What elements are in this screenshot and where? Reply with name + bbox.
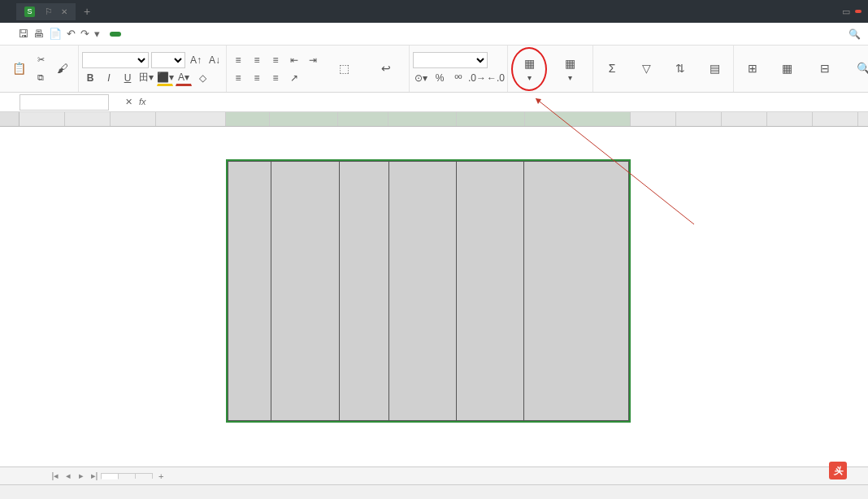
- indent-right-icon[interactable]: ⇥: [305, 52, 321, 68]
- tab-formula[interactable]: [149, 32, 160, 37]
- merge-center-button[interactable]: ⬚: [324, 60, 363, 78]
- col-header[interactable]: [722, 112, 767, 126]
- col-header[interactable]: [338, 112, 388, 126]
- tab-pagelayout[interactable]: [136, 32, 147, 37]
- col-header[interactable]: [20, 112, 65, 126]
- wrap-text-button[interactable]: ↩: [367, 60, 406, 78]
- qat-preview-icon[interactable]: 📄: [49, 28, 62, 40]
- filter-button[interactable]: ▽: [631, 60, 662, 78]
- col-header[interactable]: [676, 112, 722, 126]
- tab-start[interactable]: [110, 32, 121, 37]
- increase-font-icon[interactable]: A↑: [188, 52, 204, 68]
- horizontal-scrollbar[interactable]: [0, 484, 868, 499]
- increase-decimal-icon[interactable]: .0→: [469, 70, 485, 86]
- col-header[interactable]: [65, 112, 111, 126]
- sheet-nav-last-icon[interactable]: ▸|: [88, 471, 101, 481]
- align-bottom-icon[interactable]: ≡: [267, 52, 284, 68]
- scissors-icon: ✂: [37, 54, 45, 65]
- col-header[interactable]: [226, 112, 270, 126]
- tab-review[interactable]: [175, 32, 186, 37]
- clear-format-button[interactable]: ◇: [194, 70, 210, 86]
- fx-cancel-icon[interactable]: ✕: [125, 97, 132, 107]
- sum-button[interactable]: Σ: [597, 60, 627, 78]
- col-header[interactable]: [813, 112, 858, 126]
- align-left-icon[interactable]: ≡: [230, 70, 246, 86]
- tab-security[interactable]: [201, 32, 212, 37]
- add-sheet-button[interactable]: +: [152, 469, 170, 484]
- col-header[interactable]: [270, 112, 338, 126]
- orientation-icon[interactable]: ↗: [286, 70, 302, 86]
- col-header[interactable]: [525, 112, 631, 126]
- search-command[interactable]: 🔍: [848, 28, 863, 40]
- qat-save-icon[interactable]: 🖫: [18, 28, 28, 40]
- comma-icon[interactable]: ºº: [450, 70, 467, 86]
- cut-button[interactable]: ✂: [37, 52, 47, 68]
- conditional-format-button[interactable]: ▦ ▾: [511, 47, 547, 91]
- indent-left-icon[interactable]: ⇤: [286, 52, 302, 68]
- qat-dropdown-icon[interactable]: ▾: [94, 28, 100, 40]
- window-list-icon[interactable]: ▭: [837, 7, 855, 17]
- border-button[interactable]: 田▾: [138, 70, 154, 86]
- find-button[interactable]: 🔍: [848, 60, 868, 78]
- number-format-select[interactable]: [413, 52, 488, 68]
- bold-button[interactable]: B: [82, 70, 98, 86]
- fx-function-icon[interactable]: fx: [139, 97, 146, 107]
- tab-pin-icon[interactable]: ⚐: [45, 7, 53, 17]
- format-button[interactable]: ▤: [699, 60, 730, 78]
- col-header[interactable]: [767, 112, 813, 126]
- column-headers[interactable]: [20, 112, 868, 127]
- close-tab-icon[interactable]: ✕: [61, 7, 67, 16]
- freeze-panes-button[interactable]: ⊟: [805, 60, 844, 78]
- tab-view[interactable]: [188, 32, 199, 37]
- col-header[interactable]: [457, 112, 525, 126]
- currency-icon[interactable]: ⊙▾: [413, 70, 429, 86]
- spreadsheet-grid[interactable]: [0, 112, 868, 476]
- font-color-button[interactable]: A▾: [176, 70, 192, 86]
- font-size-select[interactable]: [151, 52, 185, 68]
- tab-insert[interactable]: [123, 32, 134, 37]
- sheet-tab[interactable]: [118, 473, 136, 479]
- col-header[interactable]: [156, 112, 226, 126]
- login-badge[interactable]: [855, 10, 861, 13]
- tab-cloud[interactable]: [227, 32, 238, 37]
- tab-devtools[interactable]: [214, 32, 225, 37]
- fill-color-button[interactable]: ⬛▾: [157, 70, 173, 86]
- sheet-tab[interactable]: [135, 473, 153, 479]
- align-center-icon[interactable]: ≡: [249, 70, 265, 86]
- col-header[interactable]: [631, 112, 676, 126]
- document-tab[interactable]: S ⚐ ✕: [16, 3, 76, 20]
- col-header[interactable]: [388, 112, 457, 126]
- qat-redo-icon[interactable]: ↷: [80, 28, 89, 40]
- paste-button[interactable]: 📋: [3, 60, 34, 78]
- table-header: [271, 162, 339, 421]
- rowcol-button[interactable]: ⊞: [737, 60, 768, 78]
- data-table-selection[interactable]: [226, 159, 631, 423]
- sheet-nav-prev-icon[interactable]: ◂: [62, 471, 75, 481]
- format-painter-button[interactable]: 🖌: [50, 60, 75, 78]
- qat-print-icon[interactable]: 🖶: [33, 28, 44, 40]
- copy-button[interactable]: ⧉: [37, 70, 47, 86]
- table-style-button[interactable]: ▦ ▾: [550, 55, 589, 82]
- worksheet-button[interactable]: ▦: [771, 60, 802, 78]
- qat-undo-icon[interactable]: ↶: [67, 28, 76, 40]
- table-header: [457, 162, 524, 421]
- sheet-nav-first-icon[interactable]: |◂: [49, 471, 62, 481]
- decrease-font-icon[interactable]: A↓: [206, 52, 223, 68]
- sheet-tab-active[interactable]: [101, 473, 119, 479]
- align-middle-icon[interactable]: ≡: [249, 52, 265, 68]
- tab-data[interactable]: [162, 32, 173, 37]
- font-family-select[interactable]: [82, 52, 149, 68]
- decrease-decimal-icon[interactable]: ←.0: [488, 70, 504, 86]
- file-menu[interactable]: [5, 32, 16, 37]
- new-tab-button[interactable]: +: [76, 5, 98, 18]
- align-top-icon[interactable]: ≡: [230, 52, 246, 68]
- align-right-icon[interactable]: ≡: [267, 70, 284, 86]
- name-box[interactable]: [20, 94, 109, 111]
- sort-button[interactable]: ⇅: [665, 60, 696, 78]
- sheet-nav-next-icon[interactable]: ▸: [75, 471, 88, 481]
- underline-button[interactable]: U: [119, 70, 136, 86]
- select-all-corner[interactable]: [0, 112, 20, 127]
- col-header[interactable]: [111, 112, 156, 126]
- percent-icon[interactable]: %: [432, 70, 448, 86]
- italic-button[interactable]: I: [101, 70, 117, 86]
